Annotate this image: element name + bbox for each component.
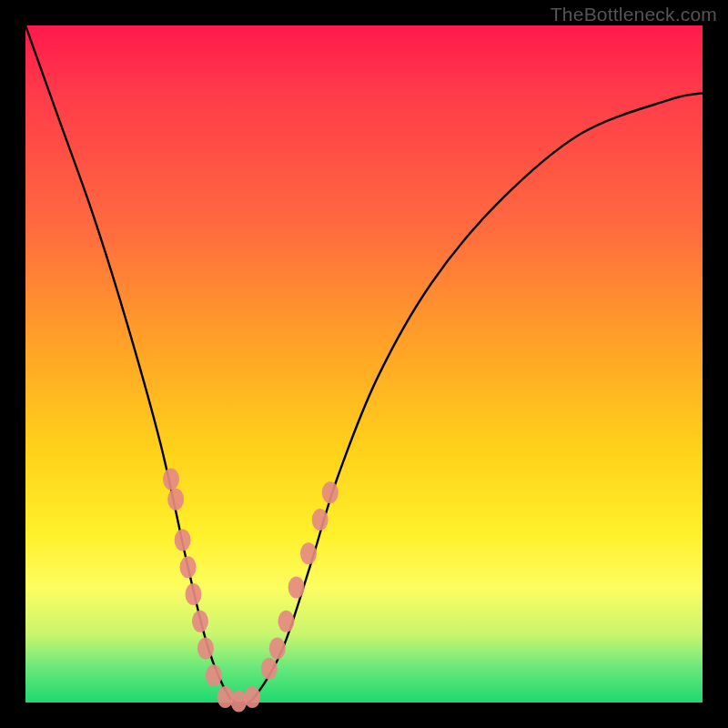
- marker-dot: [206, 664, 222, 686]
- marker-dot: [180, 556, 197, 578]
- marker-dot: [230, 691, 247, 713]
- marker-dot: [300, 542, 317, 564]
- marker-dot: [175, 529, 191, 551]
- marker-dot: [288, 577, 305, 599]
- marker-dot: [278, 611, 294, 632]
- marker-dot: [322, 481, 339, 503]
- marker-dot: [186, 583, 202, 605]
- marker-dot: [261, 658, 278, 680]
- marker-dot: [163, 468, 179, 490]
- marker-dot: [269, 637, 286, 659]
- marker-dot: [217, 686, 233, 708]
- chart-frame: TheBottleneck.com: [0, 0, 728, 728]
- marker-dot: [192, 611, 208, 632]
- marker-dot: [312, 509, 329, 531]
- bottleneck-curve-path: [25, 25, 703, 703]
- marker-dot: [244, 686, 260, 708]
- chart-svg: [25, 25, 703, 703]
- marker-dot: [197, 637, 214, 659]
- watermark-text: TheBottleneck.com: [551, 4, 717, 25]
- chart-plot-area: [25, 25, 703, 703]
- marker-dot: [167, 489, 184, 511]
- marker-dots-group: [163, 468, 339, 712]
